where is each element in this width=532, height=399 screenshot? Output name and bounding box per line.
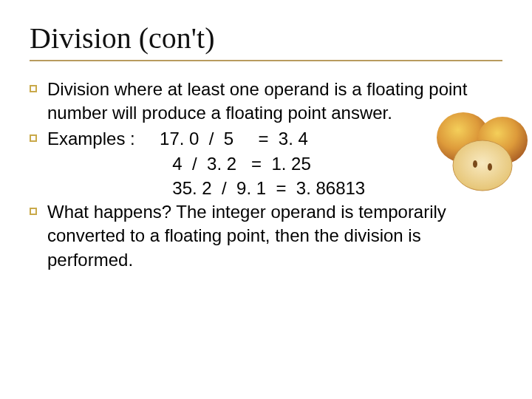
bullet-item-1: Division where at least one operand is a…	[30, 78, 502, 126]
bullet-icon	[30, 85, 37, 92]
examples-continued: 4 / 3. 2 = 1. 25 35. 2 / 9. 1 = 3. 86813	[30, 152, 502, 200]
slide: Division (con't) Division where at least…	[0, 0, 532, 399]
bullet-icon	[30, 134, 37, 142]
bullet-text-3: What happens? The integer operand is tem…	[47, 200, 502, 272]
bullet-item-2: Examples : 17. 0 / 5 = 3. 4	[30, 127, 502, 151]
content-area: Division where at least one operand is a…	[30, 78, 502, 272]
page-title: Division (con't)	[30, 21, 502, 55]
svg-point-4	[488, 163, 492, 171]
svg-point-3	[473, 160, 477, 168]
title-underline	[30, 60, 502, 61]
bullet-icon	[30, 208, 37, 215]
bullet-item-3: What happens? The integer operand is tem…	[30, 200, 502, 272]
example-line-1: 17. 0 / 5 = 3. 4	[135, 129, 308, 149]
examples-label: Examples :	[47, 127, 135, 151]
apples-image	[432, 103, 532, 196]
svg-point-2	[453, 140, 512, 191]
